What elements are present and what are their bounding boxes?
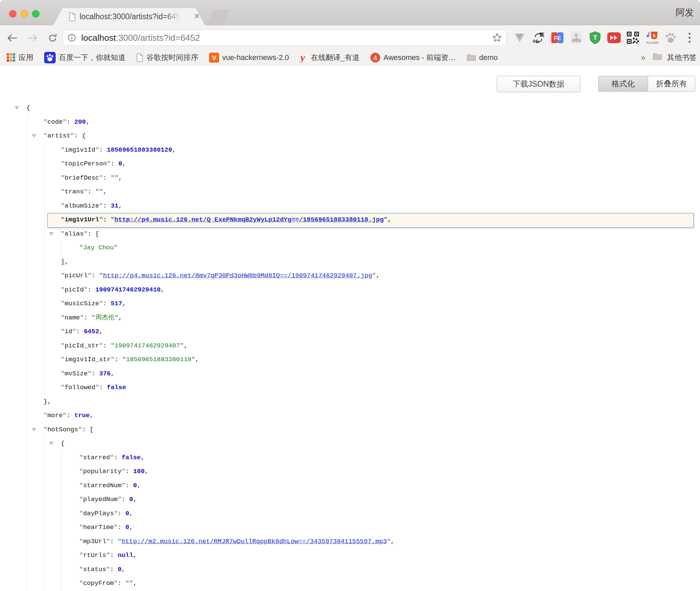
other-bookmarks-label[interactable]: 其他书签 [667,53,697,63]
json-line-text: "mp3Url": "http://m2.music.126.net/RMJR7… [79,538,395,545]
json-quote: " [61,286,64,293]
extensions-row: 英enFET5PLAYER [513,29,697,47]
json-key: starredNum [83,482,121,489]
json-line-text: "Jay Chou" [79,244,118,251]
json-key: artist [47,132,70,139]
fast-forward-icon[interactable] [607,30,621,45]
json-line-img1v1Id_str: "img1v1Id_str": "18569651883380118", [0,353,700,367]
tampermonkey-icon[interactable]: T [588,30,602,45]
collapse-toggle-icon[interactable] [49,232,54,236]
json-line-text: { [61,440,64,447]
json-number-value: 0 [125,510,129,517]
json-comma: , [376,272,380,279]
json-quote: " [72,328,76,335]
collapse-toggle-icon[interactable] [32,134,36,138]
html5-player-icon[interactable]: 5PLAYER [645,30,659,45]
json-string-value: "" [125,580,133,587]
json-key: dayPlays [83,510,114,517]
page-favicon-icon [69,12,76,23]
bookmark-item[interactable]: Vvue-hackernews-2.0 [209,53,289,63]
sitemap-icon[interactable] [569,30,583,45]
json-colon: : [103,300,111,307]
svg-text:T: T [593,34,597,41]
bookmark-item[interactable]: demo [467,53,498,62]
json-line-mvSize: "mvSize": 376, [0,367,700,381]
json-quote: " [79,482,83,489]
json-quote: " [63,412,66,419]
new-tab-button[interactable] [208,10,229,25]
minimize-window-button[interactable] [21,10,28,18]
json-line-topicPerson: "topicPerson": 0, [0,157,700,171]
json-line-text: "picId_str": "19097417462929407", [61,342,187,349]
qr-code-icon[interactable] [626,30,640,45]
json-key: code [47,118,63,126]
json-comma: , [90,412,93,419]
json-comma: , [86,118,89,126]
json-line-value: "Jay Chou" [0,241,700,255]
json-url-link[interactable]: http://p4.music.126.net/Q_ExePNkmqB2yWyL… [115,216,384,223]
json-line-text: "trans": "", [61,188,107,195]
bookmark-item[interactable]: 谷歌按时间排序 [136,53,198,63]
json-string-value: "" [111,174,118,182]
bookmark-item[interactable]: AAwesomes - 前端资… [370,53,456,63]
bookmark-item[interactable]: 百度一下，你就知道 [44,52,125,63]
close-window-button[interactable] [9,10,17,18]
json-colon: : [66,412,74,419]
address-bar[interactable]: localhost:3000/artists?id=6452 [63,30,506,46]
json-key: musicSize [64,300,99,307]
json-quote: " [99,342,103,349]
tab-strip: localhost:3000/artists?id=645 × 阿发 [0,0,700,25]
back-button[interactable] [5,31,19,45]
svg-text:y: y [300,53,305,63]
json-key: hearTime [83,524,114,531]
site-info-icon[interactable] [68,34,76,43]
json-line-hotSongs: "hotSongs": [ [0,423,700,437]
bookmark-label: demo [479,53,498,62]
json-line-text: "name": "周杰伦", [61,314,122,321]
fe-icon[interactable]: FE [550,30,564,45]
vue-icon: V [209,53,219,63]
page-content: 下载JSON数据 格式化 折叠所有 {"code": 200,"artist":… [0,65,700,591]
bookmark-item[interactable]: 应用 [7,53,33,63]
bookmark-star-icon[interactable] [492,33,502,44]
json-key: alias [64,230,84,238]
json-line-artist: "artist": { [0,129,700,143]
json-line-picUrl: "picUrl": "http://p4.music.126.net/8mv7q… [0,269,700,283]
json-line-text: { [26,104,30,112]
json-quote: " [99,202,103,210]
json-line-picId: "picId": 19097417462929410, [0,283,700,297]
json-line-name: "name": "周杰伦", [0,311,700,325]
json-key: status [83,566,106,573]
forward-button[interactable] [26,31,39,45]
json-comma: , [161,286,164,293]
paw-icon[interactable] [664,30,678,45]
json-colon: : [91,272,99,279]
json-line-text: "img1v1Id": 18569651883380120, [61,146,176,154]
json-line-img1v1Id: "img1v1Id": 18569651883380120, [0,143,700,157]
menu-dots-icon[interactable] [682,30,697,45]
json-url-link[interactable]: http://m2.music.126.net/RMJR7wDullRqppBk… [121,538,387,545]
json-quote: " [114,524,118,531]
json-url-link[interactable]: http://p4.music.126.net/8mv7qP30Pd3oHW8b… [103,272,372,279]
bookmarks-overflow-icon[interactable]: » [641,53,645,62]
json-colon: : [121,496,129,503]
translate-icon[interactable]: 英en [531,30,546,45]
profile-name[interactable]: 阿发 [676,6,694,19]
json-colon: : [103,174,111,182]
json-quote: " [79,468,83,475]
json-line-rtUrls: "rtUrls": null, [0,549,700,563]
json-key: picId [64,286,84,293]
reload-button[interactable] [46,31,59,45]
collapse-toggle-icon[interactable] [14,106,19,110]
zoom-window-button[interactable] [32,10,39,18]
json-line-text: "img1v1Url": "http://p4.music.126.net/Q_… [61,216,391,223]
json-string-value: "" [95,188,103,195]
vue-devtools-icon[interactable] [513,30,527,45]
collapse-toggle-icon[interactable] [49,442,54,445]
collapse-toggle-icon[interactable] [32,428,36,432]
json-colon: : [118,524,125,531]
browser-tab[interactable]: localhost:3000/artists?id=645 × [53,8,205,25]
json-line-text: "popularity": 100, [79,468,148,475]
bookmark-item[interactable]: y在线翻译_有道 [300,53,359,63]
tab-close-icon[interactable]: × [191,8,203,25]
